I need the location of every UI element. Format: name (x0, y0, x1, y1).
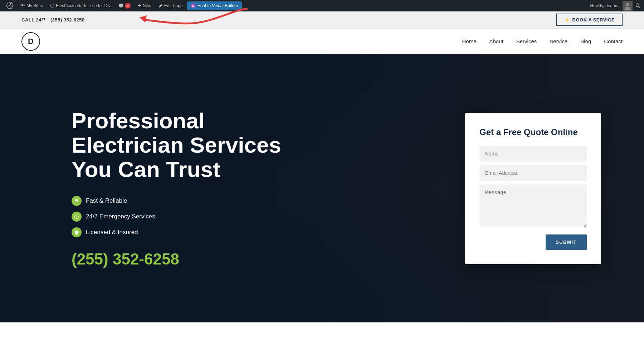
book-btn-label: BOOK A SERVICE (572, 17, 615, 23)
hero-features-list: Fast & Reliable i 24/7 Emergency Service… (72, 196, 322, 237)
hero-title-line1: Professional (72, 108, 205, 133)
svg-point-6 (50, 4, 54, 8)
email-input[interactable] (479, 165, 587, 181)
message-textarea[interactable] (479, 184, 587, 227)
feature-icon-2: i (72, 212, 82, 222)
new-label: New (143, 3, 151, 8)
feature-item-2: i 24/7 Emergency Services (72, 212, 322, 222)
feature-icon-1 (72, 196, 82, 206)
nav-links: Home About Services Service Blog Contact (462, 38, 623, 44)
feature-item-1: Fast & Reliable (72, 196, 322, 206)
logo[interactable]: D (21, 32, 40, 51)
site-name-btn[interactable]: Electrician starter site for Divi (47, 0, 114, 11)
edit-page-btn[interactable]: Edit Page (156, 0, 186, 11)
howdy-text: Howdy, deanna (590, 3, 620, 8)
nav-home[interactable]: Home (462, 38, 476, 44)
feature-text-1: Fast & Reliable (86, 197, 127, 204)
nav-about[interactable]: About (489, 38, 503, 44)
search-icon[interactable] (635, 3, 640, 8)
nav-blog[interactable]: Blog (580, 38, 591, 44)
enable-visual-builder-btn[interactable]: D Enable Visual Builder (187, 1, 242, 10)
feature-item-3: Licensed & Insured (72, 227, 322, 237)
hero-section: Professional Electrician Services You Ca… (0, 54, 644, 322)
feature-text-2: 24/7 Emergency Services (86, 213, 155, 220)
svg-point-5 (24, 5, 25, 6)
nav-service[interactable]: Service (550, 38, 567, 44)
comments-count: 0 (125, 3, 131, 9)
admin-bar-right: Howdy, deanna (590, 1, 641, 11)
hero-content: Professional Electrician Services You Ca… (0, 87, 644, 290)
nav-contact[interactable]: Contact (604, 38, 623, 44)
admin-bar-left: My Sites Electrician starter site for Di… (4, 0, 242, 11)
hero-title: Professional Electrician Services You Ca… (72, 109, 322, 182)
hero-phone[interactable]: (255) 352-6258 (72, 250, 322, 268)
comments-btn[interactable]: 0 (116, 0, 133, 11)
svg-point-1 (22, 4, 23, 5)
enable-visual-builder-label: Enable Visual Builder (197, 3, 238, 8)
submit-label: SUBMIT (556, 239, 577, 245)
svg-point-11 (636, 4, 639, 6)
logo-letter: D (28, 37, 34, 46)
svg-point-4 (22, 5, 23, 6)
wp-icon-btn[interactable] (4, 0, 16, 11)
book-icon: ⚡ (564, 17, 570, 23)
svg-point-3 (20, 5, 21, 6)
feature-text-3: Licensed & Insured (86, 229, 138, 236)
svg-line-12 (639, 6, 640, 8)
my-sites-label: My Sites (26, 3, 43, 8)
main-navigation: D Home About Services Service Blog Conta… (0, 29, 644, 54)
nav-services[interactable]: Services (516, 38, 537, 44)
site-name-label: Electrician starter site for Divi (56, 3, 111, 8)
user-avatar (623, 1, 633, 11)
hero-title-line2: Electrician Services (72, 133, 281, 157)
admin-bar: My Sites Electrician starter site for Di… (0, 0, 644, 11)
svg-point-10 (625, 7, 630, 10)
new-item-btn[interactable]: + New (135, 0, 154, 11)
hero-text-block: Professional Electrician Services You Ca… (72, 109, 322, 268)
submit-button[interactable]: SUBMIT (546, 234, 587, 250)
name-input[interactable] (479, 146, 587, 162)
svg-point-2 (24, 4, 25, 5)
quote-form-title: Get a Free Quote Online (479, 127, 587, 137)
quote-form-container: Get a Free Quote Online SUBMIT (465, 113, 601, 264)
hero-title-line3: You Can Trust (72, 157, 220, 182)
feature-icon-3 (72, 227, 82, 237)
book-service-button[interactable]: ⚡ BOOK A SERVICE (556, 14, 623, 26)
my-sites-btn[interactable]: My Sites (17, 0, 46, 11)
svg-point-9 (626, 3, 629, 6)
divi-icon: D (191, 3, 196, 8)
edit-page-label: Edit Page (164, 3, 183, 8)
svg-text:i: i (76, 216, 77, 218)
call-text: CALL 24/7 : (255) 352-6258 (21, 17, 85, 23)
svg-point-0 (20, 4, 21, 5)
utility-bar: CALL 24/7 : (255) 352-6258 ⚡ BOOK A SERV… (0, 11, 644, 29)
